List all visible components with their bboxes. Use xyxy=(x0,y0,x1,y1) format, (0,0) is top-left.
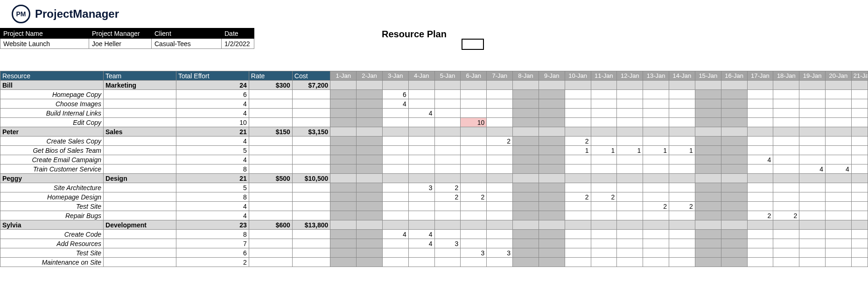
day-cell[interactable] xyxy=(382,258,408,267)
day-cell[interactable]: 2 xyxy=(643,202,669,211)
group-effort[interactable]: 21 xyxy=(176,127,249,137)
day-cell[interactable] xyxy=(591,248,617,258)
day-cell[interactable]: 2 xyxy=(669,202,695,211)
day-cell[interactable] xyxy=(539,137,565,146)
day-cell[interactable] xyxy=(382,109,408,118)
day-cell[interactable] xyxy=(643,137,669,146)
day-cell[interactable] xyxy=(617,220,643,230)
day-cell[interactable] xyxy=(826,202,852,211)
day-cell[interactable] xyxy=(382,220,408,230)
day-cell[interactable] xyxy=(382,239,408,248)
day-cell[interactable] xyxy=(643,155,669,164)
day-cell[interactable] xyxy=(539,192,565,202)
col-hdr-day[interactable]: 21-Ja xyxy=(851,71,868,81)
day-cell[interactable] xyxy=(513,192,539,202)
day-cell[interactable] xyxy=(487,118,513,127)
day-cell[interactable]: 10 xyxy=(461,118,487,127)
day-cell[interactable] xyxy=(434,137,461,146)
day-cell[interactable] xyxy=(721,164,747,174)
group-team[interactable]: Design xyxy=(104,174,176,183)
day-cell[interactable] xyxy=(643,220,669,230)
day-cell[interactable] xyxy=(747,258,773,267)
day-cell[interactable] xyxy=(539,248,565,258)
day-cell[interactable] xyxy=(591,81,617,90)
day-cell[interactable] xyxy=(408,202,434,211)
day-cell[interactable] xyxy=(826,99,852,109)
day-cell[interactable] xyxy=(669,220,695,230)
day-cell[interactable] xyxy=(591,239,617,248)
day-cell[interactable] xyxy=(434,109,461,118)
day-cell[interactable] xyxy=(357,239,383,248)
col-hdr-day[interactable]: 16-Jan xyxy=(721,71,747,81)
day-cell[interactable] xyxy=(773,99,799,109)
day-cell[interactable] xyxy=(747,164,773,174)
day-cell[interactable] xyxy=(434,174,461,183)
col-hdr-day[interactable]: 14-Jan xyxy=(669,71,695,81)
day-cell[interactable] xyxy=(826,211,852,220)
day-cell[interactable] xyxy=(434,164,461,174)
day-cell[interactable] xyxy=(799,127,826,137)
day-cell[interactable] xyxy=(591,90,617,99)
day-cell[interactable] xyxy=(513,146,539,155)
day-cell[interactable] xyxy=(826,81,852,90)
day-cell[interactable] xyxy=(695,99,721,109)
col-hdr-rate[interactable]: Rate xyxy=(249,71,292,81)
day-cell[interactable] xyxy=(773,202,799,211)
day-cell[interactable] xyxy=(461,99,487,109)
task-rate[interactable] xyxy=(249,211,292,220)
col-hdr-day[interactable]: 4-Jan xyxy=(408,71,434,81)
day-cell[interactable]: 2 xyxy=(591,192,617,202)
day-cell[interactable] xyxy=(617,183,643,192)
task-cost[interactable] xyxy=(292,211,330,220)
task-name[interactable]: Edit Copy xyxy=(0,118,104,127)
day-cell[interactable] xyxy=(851,192,868,202)
day-cell[interactable] xyxy=(565,183,591,192)
day-cell[interactable] xyxy=(330,192,357,202)
day-cell[interactable] xyxy=(695,183,721,192)
day-cell[interactable] xyxy=(721,230,747,239)
day-cell[interactable] xyxy=(747,137,773,146)
day-cell[interactable] xyxy=(357,248,383,258)
day-cell[interactable] xyxy=(851,183,868,192)
day-cell[interactable] xyxy=(799,211,826,220)
task-name[interactable]: Choose Images xyxy=(0,99,104,109)
day-cell[interactable] xyxy=(487,183,513,192)
group-row[interactable]: BillMarketing24$300$7,200 xyxy=(0,81,868,90)
col-hdr-day[interactable]: 2-Jan xyxy=(357,71,383,81)
task-name[interactable]: Homepage Copy xyxy=(0,90,104,99)
day-cell[interactable] xyxy=(721,211,747,220)
day-cell[interactable]: 2 xyxy=(434,192,461,202)
day-cell[interactable] xyxy=(591,174,617,183)
day-cell[interactable] xyxy=(747,174,773,183)
day-cell[interactable] xyxy=(357,137,383,146)
day-cell[interactable] xyxy=(539,239,565,248)
day-cell[interactable] xyxy=(408,146,434,155)
day-cell[interactable] xyxy=(487,90,513,99)
col-hdr-day[interactable]: 18-Jan xyxy=(773,71,799,81)
day-cell[interactable] xyxy=(330,127,357,137)
task-effort[interactable]: 2 xyxy=(176,258,249,267)
day-cell[interactable] xyxy=(695,109,721,118)
day-cell[interactable] xyxy=(434,81,461,90)
day-cell[interactable] xyxy=(591,202,617,211)
group-team[interactable]: Marketing xyxy=(104,81,176,90)
day-cell[interactable] xyxy=(487,155,513,164)
col-hdr-day[interactable]: 19-Jan xyxy=(799,71,826,81)
day-cell[interactable] xyxy=(747,99,773,109)
task-name[interactable]: Create Sales Copy xyxy=(0,137,104,146)
day-cell[interactable] xyxy=(617,248,643,258)
day-cell[interactable] xyxy=(826,146,852,155)
day-cell[interactable] xyxy=(539,258,565,267)
task-row[interactable]: Create Email Campaign44 xyxy=(0,155,868,164)
day-cell[interactable] xyxy=(461,239,487,248)
day-cell[interactable] xyxy=(721,90,747,99)
day-cell[interactable] xyxy=(539,164,565,174)
day-cell[interactable] xyxy=(513,183,539,192)
task-cost[interactable] xyxy=(292,137,330,146)
day-cell[interactable] xyxy=(669,99,695,109)
day-cell[interactable] xyxy=(799,174,826,183)
day-cell[interactable] xyxy=(695,174,721,183)
task-team[interactable] xyxy=(104,118,176,127)
day-cell[interactable] xyxy=(434,127,461,137)
col-hdr-day[interactable]: 15-Jan xyxy=(695,71,721,81)
